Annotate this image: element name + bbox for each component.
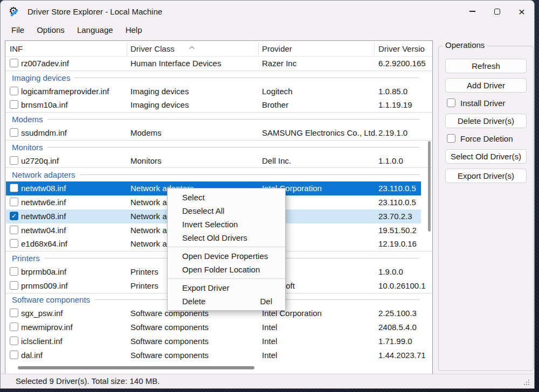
group-header-modems: Modems [5,112,432,126]
cell-inf: rz007adev.inf [21,57,69,71]
horizontal-scrollbar[interactable] [18,366,254,369]
row-checkbox[interactable] [10,226,18,234]
checkbox-box[interactable] [447,99,455,107]
delete-driver-s-button[interactable]: Delete Driver(s) [445,114,527,128]
menubar-item-help[interactable]: Help [120,23,148,38]
context-menu-item-select[interactable]: Select [168,191,285,204]
context-menu-item-invert-selection[interactable]: Invert Selection [168,218,285,231]
context-menu-item-delete[interactable]: DeleteDel [168,295,285,308]
cell-driver-class: Software components [130,348,209,362]
column-header-provider[interactable]: Provider [262,41,292,57]
menubar-item-language[interactable]: Language [72,23,119,38]
row-checkbox[interactable] [10,198,18,206]
context-menu-item-open-folder-location[interactable]: Open Folder Location [168,263,285,276]
row-highlight [6,98,421,112]
driver-row-mewmiprov-inf[interactable]: mewmiprov.infSoftware componentsIntel240… [5,320,432,334]
add-driver-button[interactable]: Add Driver [445,78,527,93]
operations-panel: Operations RefreshAdd DriverInstall Driv… [438,46,534,371]
context-menu-item-open-device-properties[interactable]: Open Device Properties [168,249,285,263]
cell-driver-class: Imaging devices [130,85,189,99]
row-checkbox[interactable] [10,239,18,248]
row-checkbox[interactable] [10,337,18,345]
cell-driver-version: 23.70.2.3 [378,209,412,223]
cell-driver-class: Modems [130,126,162,140]
app-icon: ⚙ [9,5,20,17]
cell-driver-class: Monitors [130,154,162,168]
context-menu-item-label: Select [182,191,205,204]
checkmark-icon: ✓ [11,213,17,219]
group-divider-line [74,78,419,78]
driver-row-ssudmdm-inf[interactable]: ssudmdm.infModemsSAMSUNG Electronics Co.… [5,126,432,140]
refresh-button[interactable]: Refresh [445,59,527,73]
menubar: FileOptionsLanguageHelp [1,22,534,38]
cell-driver-class: Human Interface Devices [130,57,221,71]
row-checkbox[interactable] [10,87,18,95]
close-button[interactable]: × [509,1,534,22]
driver-row-brnsm10a-inf[interactable]: brnsm10a.infImaging devicesBrother1.1.19… [5,98,432,112]
context-menu-item-label: Open Folder Location [182,263,260,276]
force-deletion-checkbox[interactable]: Force Deletion [447,133,527,144]
driver-row-dal-inf[interactable]: dal.infSoftware componentsIntel1.44.2023… [5,348,432,362]
maximize-button[interactable] [485,1,509,22]
context-menu-item-label: Delete [182,295,205,308]
statusbar: Selected 9 Driver(s). Total size: 140 MB… [1,374,534,388]
cell-driver-class: Printers [130,265,158,279]
row-checkbox[interactable] [10,281,18,290]
maximize-icon [494,9,500,15]
driver-row-logicamframeprovider-inf[interactable]: logicamframeprovider.infImaging devicesL… [5,85,432,99]
group-header-network-adapters: Network adapters [5,167,432,181]
context-menu-item-deselect-all[interactable]: Deselect All [168,204,285,218]
row-checkbox[interactable] [10,156,18,165]
group-divider-line [47,147,419,148]
cell-provider: Dell Inc. [262,154,291,168]
context-menu-separator [168,278,285,279]
group-divider-line [47,119,419,120]
row-checkbox[interactable] [10,100,18,109]
row-checkbox[interactable] [10,351,18,359]
checkbox-box[interactable] [447,134,455,143]
context-menu-item-select-old-drivers[interactable]: Select Old Drivers [168,231,285,244]
column-header-driver-versio[interactable]: Driver Versio [378,41,425,57]
row-checkbox-checked[interactable]: ✓ [10,212,18,220]
status-text: Selected 9 Driver(s). Total size: 140 MB… [16,376,160,386]
vertical-scrollbar[interactable] [428,141,431,232]
row-checkbox[interactable] [10,323,18,331]
select-old-driver-s-button[interactable]: Select Old Driver(s) [445,149,527,164]
row-checkbox[interactable] [10,267,18,276]
titlebar[interactable]: ⚙ Driver Store Explorer - Local Machine … [1,1,534,22]
driver-row-u2720q-inf[interactable]: u2720q.infMonitorsDell Inc.1.1.0.0 [5,154,432,168]
cell-inf: prnms009.inf [21,279,68,293]
cell-driver-version: 6.2.9200.165 [378,57,426,71]
resize-grip-icon[interactable] [524,380,529,385]
cell-inf: netwtw6e.inf [21,195,66,209]
minimize-button[interactable] [460,1,485,22]
cell-inf: netwtw08.inf [21,181,66,195]
driver-row-iclsclient-inf[interactable]: iclsclient.infSoftware componentsIntel1.… [5,334,432,348]
row-checkbox[interactable] [10,184,18,192]
cell-driver-class: Software components [130,334,209,348]
menubar-item-file[interactable]: File [6,23,30,38]
cell-inf: u2720q.inf [21,154,59,168]
cell-provider: Intel [262,348,277,362]
cell-provider: Brother [262,98,288,112]
cell-inf: e1d68x64.inf [21,237,67,251]
context-menu: SelectDeselect AllInvert SelectionSelect… [167,188,286,311]
cell-driver-version: 2.19.1.0 [378,126,407,140]
driver-row-rz007adev-inf[interactable]: rz007adev.infHuman Interface DevicesRaze… [5,57,432,71]
row-checkbox[interactable] [10,309,18,317]
column-separator [258,42,259,55]
column-header-inf[interactable]: INF [10,41,23,57]
column-header-driver-class[interactable]: Driver Class [130,41,175,57]
export-driver-s-button[interactable]: Export Driver(s) [445,169,527,183]
install-driver-checkbox[interactable]: Install Driver [447,97,527,108]
context-menu-item-export-driver[interactable]: Export Driver [168,281,285,295]
row-checkbox[interactable] [10,128,18,137]
cell-driver-version: 1.1.0.0 [378,154,403,168]
sort-ascending-icon [189,42,195,52]
menubar-item-options[interactable]: Options [31,23,70,38]
context-menu-item-label: Export Driver [182,281,230,295]
group-label: Modems [12,115,43,124]
cell-driver-version: 1.44.2023.71 [378,348,426,362]
cell-driver-version: 23.110.0.5 [378,181,416,195]
row-checkbox[interactable] [10,59,18,67]
